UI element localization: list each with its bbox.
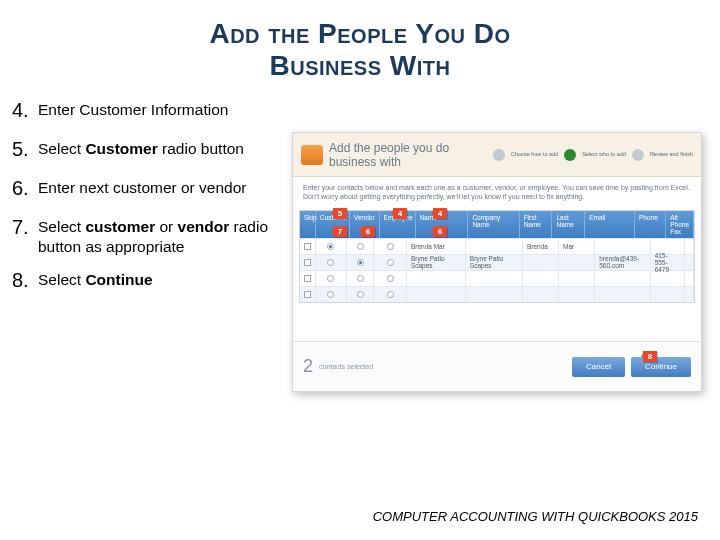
dialog-footer: 2 contacts selected Cancel Continue 8 — [293, 341, 701, 391]
step-6: 6. Enter next customer or vendor — [12, 178, 282, 203]
step-number: 4. — [12, 98, 38, 123]
cell-last[interactable] — [559, 255, 595, 270]
skip-checkbox[interactable] — [304, 243, 311, 250]
wizard-dot-3 — [632, 149, 644, 161]
cell-alt[interactable] — [685, 255, 694, 270]
skip-checkbox[interactable] — [304, 259, 311, 266]
employee-radio[interactable] — [387, 259, 394, 266]
vendor-radio[interactable] — [357, 243, 364, 250]
employee-radio[interactable] — [387, 243, 394, 250]
callout-7: 7 — [333, 226, 347, 237]
cell-company[interactable]: Bryne Patio Scapes — [466, 255, 523, 270]
skip-checkbox[interactable] — [304, 291, 311, 298]
slide-content: 4. Enter Customer Information 5. Select … — [0, 82, 720, 309]
cell-alt[interactable] — [685, 239, 694, 254]
title-line-1: Add the People You Do — [0, 18, 720, 50]
step-8: 8. Select Continue — [12, 270, 282, 295]
wizard-label-1: Choose how to add — [511, 152, 558, 158]
wizard-label-3: Review and finish — [650, 152, 693, 158]
selected-count-label: contacts selected — [319, 363, 373, 370]
wizard-dot-1 — [493, 149, 505, 161]
title-line-2: Business With — [0, 50, 720, 82]
steps-list: 4. Enter Customer Information 5. Select … — [12, 100, 292, 309]
footer-citation: COMPUTER ACCOUNTING WITH QUICKBOOKS 2015 — [373, 509, 698, 524]
step-text: Enter Customer Information — [38, 100, 228, 119]
skip-checkbox[interactable] — [304, 275, 311, 282]
col-alt: Alt Phone Fax — [666, 211, 694, 238]
table-row: Brenda Mar Brenda Mar — [300, 238, 694, 254]
employee-radio[interactable] — [387, 291, 394, 298]
step-number: 6. — [12, 176, 38, 201]
table-row — [300, 286, 694, 302]
callout-6b: 6 — [433, 226, 447, 237]
wizard-label-2: Select who to add — [582, 152, 626, 158]
contacts-icon — [301, 145, 323, 165]
callout-6a: 6 — [361, 226, 375, 237]
callout-4a: 4 — [393, 208, 407, 219]
callout-8: 8 — [643, 351, 657, 362]
wizard-steps: Choose how to add Select who to add Revi… — [493, 149, 693, 161]
selected-count-num: 2 — [303, 356, 313, 377]
step-4: 4. Enter Customer Information — [12, 100, 282, 125]
step-number: 7. — [12, 215, 38, 240]
col-first: First Name — [520, 211, 553, 238]
cell-first[interactable]: Brenda — [523, 239, 559, 254]
step-text: Select Continue — [38, 270, 153, 289]
cell-email[interactable]: brenda@439-560.com — [595, 255, 650, 270]
table-row — [300, 270, 694, 286]
dialog-subtext: Enter your contacts below and mark each … — [293, 177, 701, 209]
cell-first[interactable] — [523, 255, 559, 270]
contacts-grid: Skip Customer Vendor Employee Name Compa… — [299, 210, 695, 303]
step-text: Select Customer radio button — [38, 139, 244, 158]
dialog-header: Add the people you do business with Choo… — [293, 133, 701, 177]
dialog-panel: Add the people you do business with Choo… — [292, 132, 702, 392]
col-email: Email — [585, 211, 635, 238]
step-5: 5. Select Customer radio button — [12, 139, 282, 164]
dialog-title: Add the people you do business with — [329, 141, 487, 169]
cancel-button[interactable]: Cancel — [572, 357, 625, 377]
col-skip: Skip — [300, 211, 316, 238]
screenshot-figure: Add the people you do business with Choo… — [292, 100, 708, 309]
step-text: Select customer or vendor radio button a… — [38, 217, 282, 256]
employee-radio[interactable] — [387, 275, 394, 282]
vendor-radio[interactable] — [357, 275, 364, 282]
step-number: 8. — [12, 268, 38, 293]
callout-4b: 4 — [433, 208, 447, 219]
slide-title: Add the People You Do Business With — [0, 0, 720, 82]
col-company: Company Name — [468, 211, 519, 238]
callout-5: 5 — [333, 208, 347, 219]
step-text: Enter next customer or vendor — [38, 178, 247, 197]
cell-last[interactable]: Mar — [559, 239, 595, 254]
cell-company[interactable] — [466, 239, 523, 254]
cell-name[interactable]: Bryne Patio Scapes — [407, 255, 466, 270]
customer-radio[interactable] — [327, 243, 334, 250]
table-row: Bryne Patio Scapes Bryne Patio Scapes br… — [300, 254, 694, 270]
continue-button[interactable]: Continue 8 — [631, 357, 691, 377]
customer-radio[interactable] — [327, 259, 334, 266]
selected-count: 2 contacts selected — [303, 356, 373, 377]
step-number: 5. — [12, 137, 38, 162]
cell-phone[interactable]: 415-555-6479 — [651, 255, 685, 270]
cell-email[interactable] — [595, 239, 650, 254]
cell-name[interactable]: Brenda Mar — [407, 239, 466, 254]
wizard-dot-2 — [564, 149, 576, 161]
step-7: 7. Select customer or vendor radio butto… — [12, 217, 282, 256]
vendor-radio[interactable] — [357, 259, 364, 266]
customer-radio[interactable] — [327, 291, 334, 298]
vendor-radio[interactable] — [357, 291, 364, 298]
customer-radio[interactable] — [327, 275, 334, 282]
col-last: Last Name — [552, 211, 585, 238]
col-phone: Phone — [635, 211, 666, 238]
